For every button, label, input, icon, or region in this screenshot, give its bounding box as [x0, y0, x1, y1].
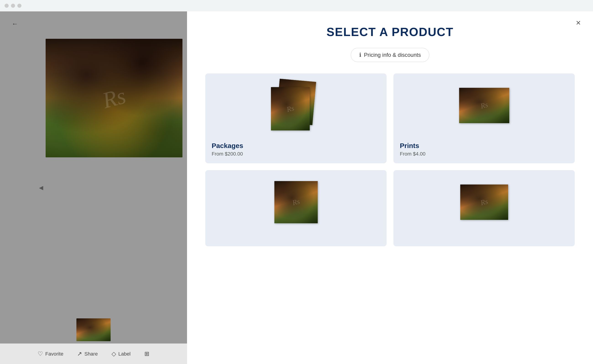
more-button[interactable]: ⊞ — [144, 350, 149, 358]
product-grid: Rs Rs Packages From $200.00 — [205, 73, 575, 246]
thumbnail-1[interactable] — [76, 318, 111, 341]
product-card-4[interactable]: Rs — [393, 170, 575, 246]
card3-photo: Rs — [274, 181, 318, 223]
product-card-3[interactable]: Rs — [205, 170, 387, 246]
card3-info — [205, 234, 387, 246]
favorite-button[interactable]: ♡ Favorite — [38, 350, 63, 358]
card4-image-area: Rs — [393, 170, 575, 234]
photo-background — [46, 39, 182, 157]
prints-info: Prints From $4.00 — [393, 137, 575, 163]
pricing-info-button[interactable]: ℹ Pricing info & discounts — [351, 48, 429, 62]
packages-photos: Rs Rs — [271, 80, 321, 130]
product-card-prints[interactable]: Rs Prints From $4.00 — [393, 73, 575, 163]
window-dot-green[interactable] — [17, 4, 21, 8]
close-icon: ✕ — [576, 19, 581, 27]
card4-info — [393, 234, 575, 246]
prints-name: Prints — [400, 142, 568, 150]
packages-info: Packages From $200.00 — [205, 137, 387, 163]
bottom-action-bar: ♡ Favorite ↗ Share ◇ Label ⊞ — [0, 344, 187, 364]
product-card-packages[interactable]: Rs Rs Packages From $200.00 — [205, 73, 387, 163]
heart-icon: ♡ — [38, 350, 43, 358]
packages-name: Packages — [212, 142, 380, 150]
label-label: Label — [118, 351, 131, 357]
prints-photo: Rs — [459, 88, 509, 123]
packages-image-area: Rs Rs — [205, 73, 387, 137]
pkg-front-overlay — [271, 87, 310, 130]
share-icon: ↗ — [77, 350, 82, 358]
back-button[interactable]: ← — [9, 18, 20, 30]
prints-image-area: Rs — [393, 73, 575, 137]
main-container: ← ◀ Rs ♡ Favorite ↗ Share — [0, 11, 593, 364]
label-button[interactable]: ◇ Label — [111, 350, 131, 358]
pricing-button-label: Pricing info & discounts — [364, 52, 421, 58]
right-panel: ✕ SELECT A PRODUCT ℹ Pricing info & disc… — [187, 11, 593, 364]
card3-image-area: Rs — [205, 170, 387, 234]
tag-icon: ◇ — [111, 350, 116, 358]
window-dot-red[interactable] — [5, 4, 9, 8]
grid-icon: ⊞ — [144, 350, 149, 358]
nav-left-button[interactable]: ◀ — [37, 183, 46, 192]
window-dot-yellow[interactable] — [11, 4, 15, 8]
close-button[interactable]: ✕ — [573, 17, 584, 28]
panel-title: SELECT A PRODUCT — [205, 25, 575, 39]
thumb1-overlay — [76, 318, 111, 341]
title-bar — [0, 0, 593, 11]
prints-price: From $4.00 — [400, 151, 568, 157]
left-panel: ← ◀ Rs ♡ Favorite ↗ Share — [0, 11, 187, 364]
card4-overlay — [460, 184, 508, 220]
packages-photo-front: Rs — [271, 87, 310, 130]
prints-overlay — [459, 88, 509, 123]
card3-overlay — [274, 181, 318, 223]
main-photo: Rs — [46, 39, 182, 157]
chevron-left-icon: ◀ — [39, 184, 43, 191]
favorite-label: Favorite — [45, 351, 63, 357]
back-arrow-icon: ← — [12, 20, 18, 28]
packages-price: From $200.00 — [212, 151, 380, 157]
info-icon: ℹ — [359, 52, 361, 58]
card4-photo: Rs — [460, 184, 508, 220]
share-button[interactable]: ↗ Share — [77, 350, 98, 358]
thumbnail-strip — [0, 318, 187, 341]
share-label: Share — [85, 351, 98, 357]
